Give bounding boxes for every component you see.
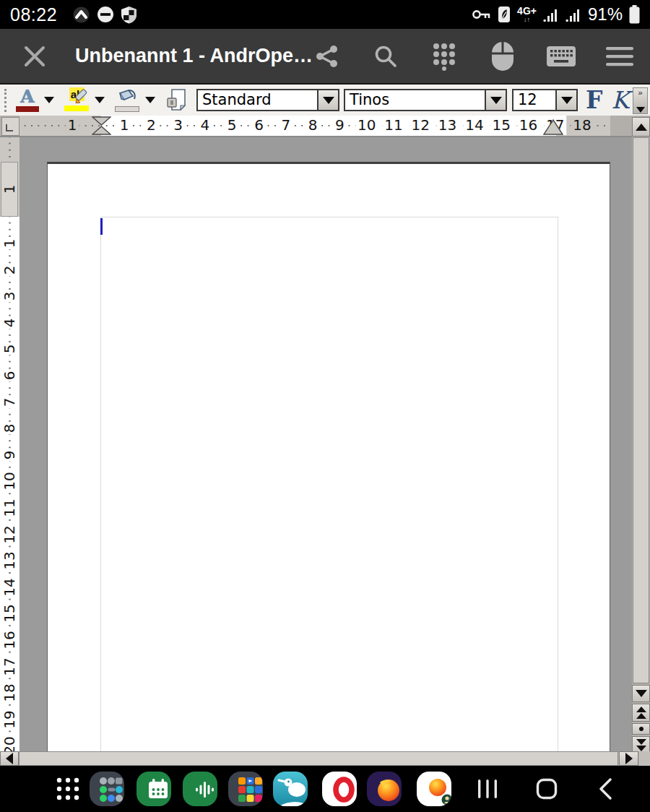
- navigation-button[interactable]: [632, 723, 650, 735]
- status-bar: 08:22 4G+ ↓↑ 91%: [0, 0, 650, 29]
- fill-color-button[interactable]: [114, 89, 140, 112]
- vpn-key-icon: [472, 8, 491, 21]
- h-ruler-number: 1: [118, 116, 131, 135]
- horizontal-scrollbar-thumb[interactable]: [19, 751, 618, 766]
- v-ruler-number: 9: [2, 449, 17, 461]
- vertical-scrollbar-thumb[interactable]: [633, 137, 649, 683]
- h-ruler-number: 6: [252, 116, 266, 135]
- italic-button[interactable]: K: [611, 87, 629, 113]
- double-arrow-down-icon: [636, 739, 646, 745]
- v-ruler-number: 8: [2, 423, 17, 435]
- scroll-left-button[interactable]: [0, 751, 19, 766]
- share-icon[interactable]: [313, 40, 342, 72]
- highlight-button[interactable]: ab: [64, 89, 90, 111]
- font-color-button[interactable]: A: [16, 88, 39, 112]
- v-ruler-number: 6: [2, 370, 17, 382]
- right-margin-marker[interactable]: [543, 118, 563, 135]
- document-canvas[interactable]: [20, 137, 632, 751]
- highlight-dropdown-icon[interactable]: [95, 97, 105, 103]
- h-ruler-number: 4: [199, 116, 212, 135]
- do-not-disturb-icon: [97, 6, 114, 23]
- left-indent-marker[interactable]: [92, 116, 111, 135]
- arrow-down-icon: [636, 690, 647, 697]
- paragraph-style-combobox[interactable]: Standard: [196, 89, 339, 111]
- text-cursor: [100, 218, 103, 235]
- vertical-ruler[interactable]: 1 1234567891011121314151617181920: [0, 137, 20, 751]
- home-button[interactable]: [529, 772, 564, 806]
- fill-color-bar: [115, 106, 139, 112]
- h-ruler-number: 15: [490, 116, 512, 135]
- h-ruler-number: 11: [382, 116, 404, 135]
- arrow-left-icon: [6, 753, 13, 764]
- font-size-dropdown-icon[interactable]: [555, 90, 576, 110]
- previous-page-button[interactable]: [632, 704, 650, 722]
- font-size-combobox[interactable]: 12: [512, 89, 578, 111]
- title-bar-actions: [313, 40, 637, 72]
- mouse-icon[interactable]: [488, 40, 517, 72]
- back-button[interactable]: [588, 772, 623, 806]
- recents-button[interactable]: [470, 772, 505, 806]
- paint-bucket-icon: [114, 89, 140, 105]
- back-icon: [598, 778, 612, 800]
- folder-contacts[interactable]: [90, 772, 124, 806]
- scroll-right-button[interactable]: [619, 751, 638, 766]
- v-ruler-number: 17: [2, 656, 17, 677]
- toolbar-overflow-button[interactable]: »: [633, 87, 648, 114]
- bold-button[interactable]: F: [586, 87, 602, 113]
- fill-dropdown-icon[interactable]: [145, 97, 155, 103]
- dialpad-icon[interactable]: [430, 40, 459, 72]
- firefox-secure-folder-app[interactable]: [417, 772, 451, 806]
- voice-recorder-app[interactable]: [183, 772, 217, 806]
- signal-strength-icon: [543, 7, 559, 22]
- opera-browser-app[interactable]: [322, 772, 357, 806]
- horizontal-ruler[interactable]: 1 123456789101112131415161718: [20, 116, 610, 136]
- h-ruler-number: 16: [517, 116, 540, 135]
- h-ruler-number: 8: [306, 116, 320, 135]
- h-ruler-number: 5: [225, 116, 239, 135]
- calendar-icon: [141, 772, 171, 806]
- font-color-bar: [16, 106, 39, 112]
- andropenoffice-screen: 08:22 4G+ ↓↑ 91% Unbenannt 1 - AndrOpe…: [0, 0, 650, 812]
- h-ruler-number: 18: [571, 116, 593, 135]
- v-ruler-number: 13: [2, 550, 17, 571]
- waveform-icon: [187, 772, 217, 806]
- v-ruler-number: 2: [2, 264, 17, 276]
- menu-icon[interactable]: [605, 40, 634, 72]
- h-ruler-number: 3: [171, 116, 185, 135]
- scroll-down-button[interactable]: [632, 685, 650, 702]
- app-drawer-button[interactable]: [51, 772, 85, 806]
- arrow-right-icon: [625, 753, 633, 764]
- toolbar-overflow-arrow-icon: [636, 107, 645, 113]
- text-boundary: [100, 217, 558, 751]
- security-shield-icon: [121, 6, 137, 24]
- font-name-dropdown-icon[interactable]: [485, 90, 506, 110]
- font-name-combobox[interactable]: Tinos: [344, 89, 507, 111]
- folder-office[interactable]: [228, 772, 263, 806]
- h-ruler-number: 2: [144, 116, 158, 135]
- paragraph-style-value: Standard: [198, 90, 317, 110]
- battery-saver-icon: [498, 6, 511, 23]
- network-type-indicator: 4G+ ↓↑: [517, 6, 537, 23]
- h-ruler-number: 13: [436, 116, 459, 135]
- page-style-button[interactable]: [166, 88, 191, 113]
- calendar-app[interactable]: [136, 772, 171, 806]
- recents-icon: [477, 778, 498, 800]
- close-icon[interactable]: [20, 40, 49, 72]
- scroll-up-button[interactable]: [632, 117, 650, 137]
- firefox-browser-app[interactable]: [367, 772, 402, 806]
- double-arrow-up-icon: [636, 707, 646, 712]
- ruler-corner-box[interactable]: [1, 117, 20, 136]
- paragraph-style-dropdown-icon[interactable]: [317, 90, 338, 110]
- toolbar-drag-handle[interactable]: [4, 89, 9, 112]
- opera-vpn-icon: [72, 6, 90, 24]
- kiwi-browser-app[interactable]: [273, 772, 308, 806]
- font-color-letter: A: [20, 88, 34, 105]
- search-icon[interactable]: [371, 40, 400, 72]
- keyboard-icon[interactable]: [547, 40, 576, 72]
- font-color-dropdown-icon[interactable]: [44, 97, 54, 103]
- v-ruler-number: 18: [2, 682, 17, 703]
- firefox-icon: [371, 772, 402, 806]
- title-bar: Unbenannt 1 - AndrOpe…: [0, 29, 650, 83]
- document-page[interactable]: [47, 162, 610, 751]
- v-ruler-number: 11: [2, 497, 17, 518]
